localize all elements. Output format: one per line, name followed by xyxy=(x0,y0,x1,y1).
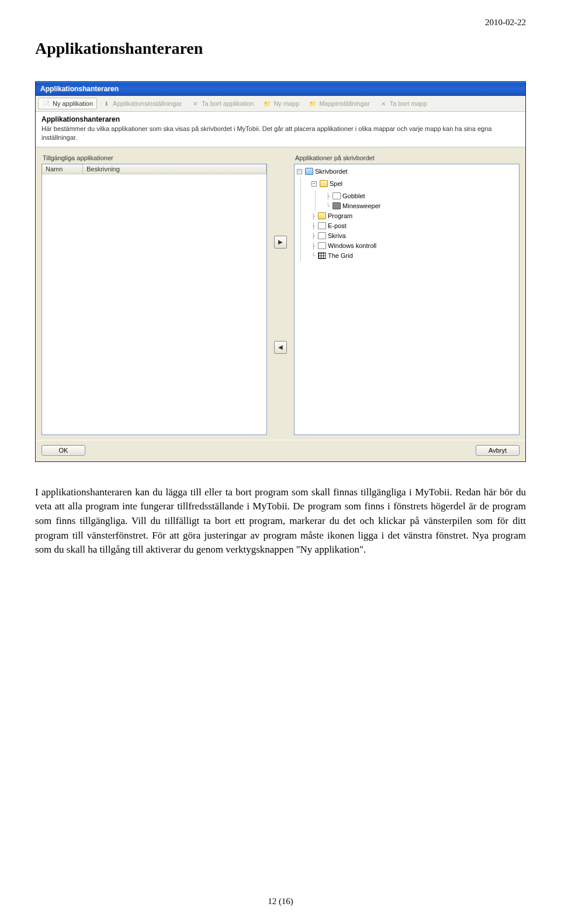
tree-connector: ├ xyxy=(311,211,315,221)
new-app-label: Ny applikation xyxy=(53,100,93,107)
folder-settings-button[interactable]: 📁 Mappinställningar xyxy=(304,98,373,109)
available-apps-panel: Tillgängliga applikationer Namn Beskrivn… xyxy=(41,154,267,435)
tree-connector: ├ xyxy=(311,231,315,241)
new-folder-button[interactable]: 📁 Ny mapp xyxy=(259,98,303,109)
delete-app-icon: ✕ xyxy=(191,99,199,108)
cancel-button[interactable]: Avbryt xyxy=(476,445,520,456)
app-settings-button[interactable]: ⬇ Applikationsinställningar xyxy=(98,98,186,109)
new-app-icon: 📄 xyxy=(42,99,50,108)
collapse-icon[interactable]: − xyxy=(297,169,302,174)
document-title: Applikationshanteraren xyxy=(35,39,526,58)
delete-folder-button[interactable]: ✕ Ta bort mapp xyxy=(375,98,431,109)
available-apps-label: Tillgängliga applikationer xyxy=(41,154,267,161)
panels-area: Tillgängliga applikationer Namn Beskrivn… xyxy=(36,147,525,440)
tree-item-epost[interactable]: ├ E-post xyxy=(311,221,519,231)
app-settings-label: Applikationsinställningar xyxy=(113,100,182,107)
tree-label: Windows kontroll xyxy=(328,241,376,251)
tree-item-the-grid[interactable]: └ The Grid xyxy=(311,251,519,261)
tree-item-program[interactable]: ├ Program xyxy=(311,211,519,221)
app-settings-icon: ⬇ xyxy=(102,99,110,108)
delete-folder-icon: ✕ xyxy=(379,99,387,108)
delete-app-label: Ta bort applikation xyxy=(202,100,254,107)
tree-label: Skrivbordet xyxy=(315,167,348,177)
tree-label: E-post xyxy=(328,221,347,231)
list-header: Namn Beskrivning xyxy=(42,164,266,174)
desktop-apps-label: Applikationer på skrivbordet xyxy=(294,154,520,161)
new-application-button[interactable]: 📄 Ny applikation xyxy=(38,98,97,109)
delete-app-button[interactable]: ✕ Ta bort applikation xyxy=(187,98,258,109)
folder-settings-icon: 📁 xyxy=(309,99,317,108)
new-folder-icon: 📁 xyxy=(263,99,271,108)
tree-label: Gobblet xyxy=(342,191,365,201)
tree-connector: ├ xyxy=(311,241,315,251)
grid-icon xyxy=(318,252,326,259)
section-header: Applikationshanteraren Här bestämmer du … xyxy=(36,112,525,147)
window-titlebar[interactable]: Applikationshanteraren xyxy=(36,82,525,96)
app-icon xyxy=(333,192,341,199)
ok-button[interactable]: OK xyxy=(41,445,85,456)
folder-settings-label: Mappinställningar xyxy=(319,100,369,107)
app-icon xyxy=(318,232,326,239)
body-paragraph: I applikationshanteraren kan du lägga ti… xyxy=(35,485,526,557)
button-row: OK Avbryt xyxy=(36,440,525,461)
tree-connector: └ xyxy=(311,251,315,261)
folder-icon xyxy=(318,212,326,219)
tree-connector: ├ xyxy=(311,221,315,231)
collapse-icon[interactable]: − xyxy=(311,181,317,187)
tree-label: Minesweeper xyxy=(342,201,380,211)
page-number: 12 (16) xyxy=(0,897,561,906)
tree-connector: └ xyxy=(326,201,330,211)
section-heading: Applikationshanteraren xyxy=(41,115,520,123)
move-buttons-column: ▶ ◀ xyxy=(272,154,289,435)
app-icon xyxy=(318,222,326,229)
desktop-apps-tree[interactable]: − Skrivbordet − Spel xyxy=(294,164,520,435)
desktop-icon xyxy=(305,168,313,175)
available-apps-list[interactable]: Namn Beskrivning xyxy=(41,164,267,435)
move-left-button[interactable]: ◀ xyxy=(274,341,287,354)
section-description: Här bestämmer du vilka applikationer som… xyxy=(41,125,520,142)
delete-folder-label: Ta bort mapp xyxy=(390,100,427,107)
app-icon xyxy=(318,242,326,249)
tree-item-gobblet[interactable]: ├ Gobblet xyxy=(326,191,519,201)
folder-icon xyxy=(320,180,328,187)
tree-label: Program xyxy=(328,211,352,221)
tree-item-skriva[interactable]: ├ Skriva xyxy=(311,231,519,241)
window-toolbar: 📄 Ny applikation ⬇ Applikationsinställni… xyxy=(36,96,525,112)
col-description[interactable]: Beskrivning xyxy=(83,164,266,174)
app-icon xyxy=(333,202,341,209)
tree-label: Spel xyxy=(330,179,342,189)
app-manager-window: Applikationshanteraren 📄 Ny applikation … xyxy=(35,81,526,462)
tree-item-minesweeper[interactable]: └ Minesweeper xyxy=(326,201,519,211)
tree-connector: ├ xyxy=(326,191,330,201)
tree-item-spel[interactable]: − Spel ├ Gobblet xyxy=(311,179,519,211)
tree-item-skrivbordet[interactable]: − Skrivbordet − Spel xyxy=(297,167,519,261)
tree-label: The Grid xyxy=(328,251,353,261)
tree-item-windows-kontroll[interactable]: ├ Windows kontroll xyxy=(311,241,519,251)
col-name[interactable]: Namn xyxy=(42,164,83,174)
move-right-button[interactable]: ▶ xyxy=(274,236,287,249)
desktop-apps-panel: Applikationer på skrivbordet − Skrivbord… xyxy=(294,154,520,435)
document-date: 2010-02-22 xyxy=(35,18,526,27)
tree-label: Skriva xyxy=(328,231,346,241)
new-folder-label: Ny mapp xyxy=(273,100,299,107)
